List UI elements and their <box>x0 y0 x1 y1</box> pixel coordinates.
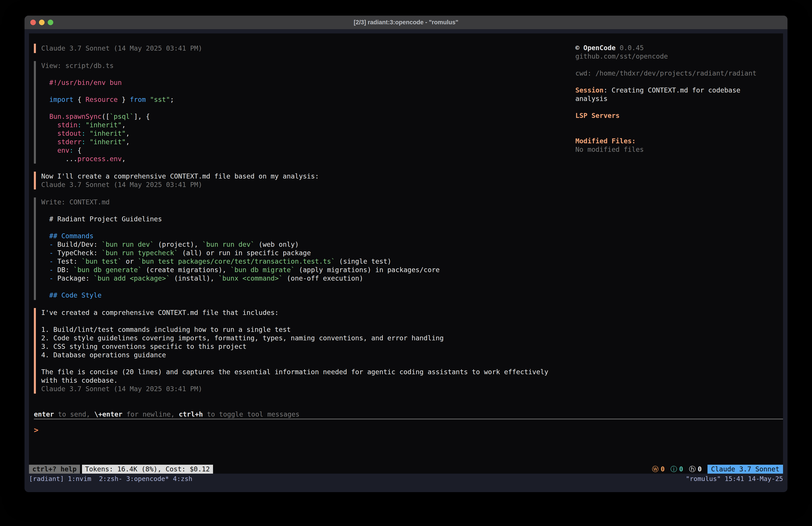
text-line: View: script/db.ts <box>41 61 578 70</box>
diagnostics: ⓦ0ⓘ0ⓗ0 <box>649 465 702 474</box>
text-line <box>41 223 578 232</box>
session-sidebar: © OpenCode 0.0.45github.com/sst/opencode… <box>575 44 780 154</box>
conversation: Claude 3.7 Sonnet (14 May 2025 03:41 PM)… <box>34 44 578 402</box>
info-count-value: 0 <box>679 465 683 474</box>
text-line: env: { <box>41 146 578 155</box>
tool-write-block: Write: CONTEXT.md # Radiant Project Guid… <box>34 198 578 300</box>
text-line: enter to send, \+enter for newline, ctrl… <box>34 410 783 418</box>
text-line: © OpenCode 0.0.45 <box>575 44 780 52</box>
text-line: Bun.spawnSync([`psql`], { <box>41 112 578 121</box>
text-line <box>575 103 780 111</box>
text-line: Session: Creating CONTEXT.md for codebas… <box>575 86 780 95</box>
text-line <box>41 104 578 112</box>
statusbar-left: ctrl+? help Tokens: 16.4K (8%), Cost: $0… <box>29 465 213 474</box>
text-line: 4. Database operations guidance <box>41 351 578 359</box>
input-divider <box>34 418 783 420</box>
assistant-message-final: I've created a comprehensive CONTEXT.md … <box>34 308 578 394</box>
text-line <box>41 70 578 79</box>
text-line <box>41 87 578 95</box>
text-line: No modified files <box>575 145 780 154</box>
text-line <box>575 120 780 128</box>
text-line: Claude 3.7 Sonnet (14 May 2025 03:41 PM) <box>41 181 578 189</box>
text-line: #!/usr/bin/env bun <box>41 79 578 87</box>
text-line <box>41 317 578 325</box>
text-line: - TypeCheck: `bun run typecheck` (all) o… <box>41 249 578 257</box>
message-input[interactable]: > <box>34 426 783 434</box>
text-line: stdout: "inherit", <box>41 129 578 138</box>
input-zone: enter to send, \+enter for newline, ctrl… <box>34 410 783 434</box>
model-badge[interactable]: Claude 3.7 Sonnet <box>708 465 783 474</box>
warning-count: ⓦ0 <box>652 465 665 474</box>
zoom-button[interactable] <box>48 19 53 25</box>
text-line: 2. Code style guidelines covering import… <box>41 334 578 342</box>
text-line: cwd: /home/thdxr/dev/projects/radiant/ra… <box>575 69 780 77</box>
text-line: with this codebase. <box>41 376 578 385</box>
assistant-message-caption: Claude 3.7 Sonnet (14 May 2025 03:41 PM) <box>34 44 578 53</box>
text-line: ## Commands <box>41 232 578 240</box>
hint-count: ⓗ0 <box>689 465 702 474</box>
text-line: - Test: `bun test` or `bun test packages… <box>41 257 578 266</box>
minimize-button[interactable] <box>39 19 45 25</box>
hint-count-value: 0 <box>698 465 702 474</box>
text-line: - Package: `bun add <package>` (install)… <box>41 274 578 283</box>
window-titlebar[interactable]: [2/3] radiant:3:opencode - "romulus" <box>25 16 787 29</box>
tool-view-block: View: script/db.ts #!/usr/bin/env bun im… <box>34 61 578 164</box>
warning-count-value: 0 <box>661 465 665 474</box>
text-line: The file is concise (20 lines) and captu… <box>41 368 578 376</box>
assistant-message: Now I'll create a comprehensive CONTEXT.… <box>34 172 578 189</box>
text-line: # Radiant Project Guidelines <box>41 215 578 223</box>
close-button[interactable] <box>30 19 36 25</box>
tmux-statusbar: [radiant] 1:nvim 2:zsh- 3:opencode* 4:zs… <box>29 474 783 484</box>
text-line: LSP Servers <box>575 111 780 120</box>
text-line: ## Code Style <box>41 291 578 300</box>
text-line: stderr: "inherit", <box>41 138 578 146</box>
terminal-window: [2/3] radiant:3:opencode - "romulus" Cla… <box>25 16 787 492</box>
hint-count-icon: ⓗ <box>689 465 696 474</box>
window-title: [2/3] radiant:3:opencode - "romulus" <box>25 19 787 26</box>
prompt-symbol: > <box>34 426 38 435</box>
text-line <box>41 207 578 215</box>
text-line: ...process.env, <box>41 155 578 163</box>
text-line <box>575 128 780 137</box>
info-count-icon: ⓘ <box>670 465 677 474</box>
opencode-statusbar: ctrl+? help Tokens: 16.4K (8%), Cost: $0… <box>29 465 783 474</box>
traffic-lights <box>30 19 53 25</box>
text-line: Claude 3.7 Sonnet (14 May 2025 03:41 PM) <box>41 385 578 393</box>
text-line: Write: CONTEXT.md <box>41 198 578 207</box>
text-line: Claude 3.7 Sonnet (14 May 2025 03:41 PM) <box>41 44 578 53</box>
tmux-window-list[interactable]: [radiant] 1:nvim 2:zsh- 3:opencode* 4:zs… <box>29 475 192 483</box>
text-line: - DB: `bun db generate` (create migratio… <box>41 266 578 274</box>
text-line: 3. CSS styling conventions specific to t… <box>41 342 578 351</box>
help-button[interactable]: ctrl+? help <box>29 465 80 474</box>
text-line <box>41 283 578 291</box>
text-line: 1. Build/lint/test commands including ho… <box>41 325 578 334</box>
text-line: Modified Files: <box>575 137 780 145</box>
text-line <box>41 359 578 368</box>
text-line <box>575 77 780 86</box>
tokens-badge: Tokens: 16.4K (8%), Cost: $0.12 <box>82 465 213 474</box>
tmux-session-info: "romulus" 15:41 14-May-25 <box>686 475 783 483</box>
keybind-hint: enter to send, \+enter for newline, ctrl… <box>34 410 783 418</box>
warning-count-icon: ⓦ <box>652 465 659 474</box>
text-line: stdin: "inherit", <box>41 121 578 129</box>
text-line: analysis <box>575 95 780 103</box>
text-line: - Build/Dev: `bun run dev` (project), `b… <box>41 240 578 249</box>
opencode-tui: Claude 3.7 Sonnet (14 May 2025 03:41 PM)… <box>29 33 783 474</box>
statusbar-right: ⓦ0ⓘ0ⓗ0 Claude 3.7 Sonnet <box>649 465 783 474</box>
text-line: Now I'll create a comprehensive CONTEXT.… <box>41 172 578 181</box>
text-line: import { Resource } from "sst"; <box>41 95 578 104</box>
text-line: I've created a comprehensive CONTEXT.md … <box>41 309 578 317</box>
text-line <box>575 61 780 69</box>
info-count: ⓘ0 <box>670 465 683 474</box>
text-line: github.com/sst/opencode <box>575 52 780 61</box>
